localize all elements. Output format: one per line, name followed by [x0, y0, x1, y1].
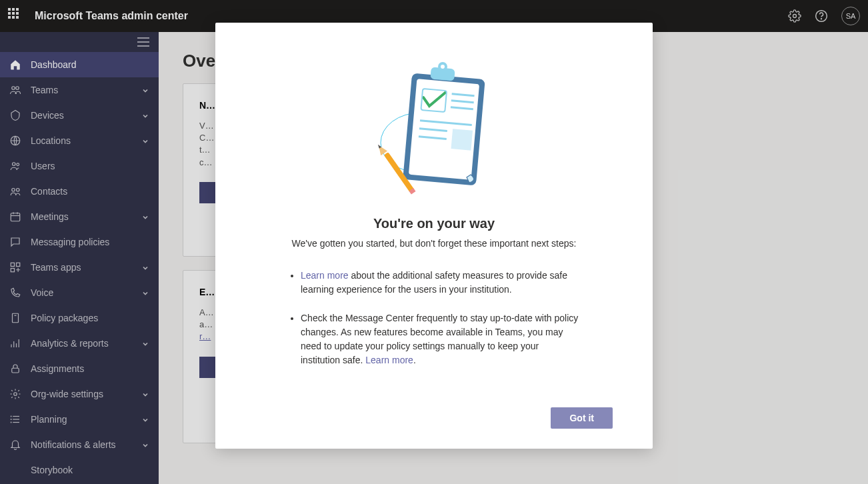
help-icon[interactable]: [815, 9, 828, 23]
dialog-bullet-safety: Learn more about the additional safety m…: [301, 269, 581, 297]
app-title: Microsoft Teams admin center: [35, 10, 188, 22]
svg-rect-47: [451, 129, 473, 151]
avatar[interactable]: SA: [841, 7, 860, 25]
got-it-button[interactable]: Got it: [551, 407, 613, 429]
svg-marker-49: [375, 143, 387, 155]
dialog-bullet-message-center: Check the Message Center frequently to s…: [301, 311, 581, 367]
settings-icon[interactable]: [788, 9, 801, 23]
svg-point-39: [441, 65, 445, 69]
svg-point-2: [821, 19, 822, 19]
onboarding-dialog: You're on your way We've gotten you star…: [215, 23, 653, 449]
app-launcher-icon[interactable]: [8, 8, 24, 24]
clipboard-illustration: [255, 49, 613, 196]
learn-more-link[interactable]: Learn more: [365, 355, 413, 365]
dialog-subtitle: We've gotten you started, but don't forg…: [255, 238, 613, 249]
learn-more-link[interactable]: Learn more: [301, 270, 349, 281]
dialog-title: You're on your way: [255, 216, 613, 231]
svg-point-0: [793, 15, 797, 18]
modal-overlay[interactable]: You're on your way We've gotten you star…: [0, 32, 868, 484]
